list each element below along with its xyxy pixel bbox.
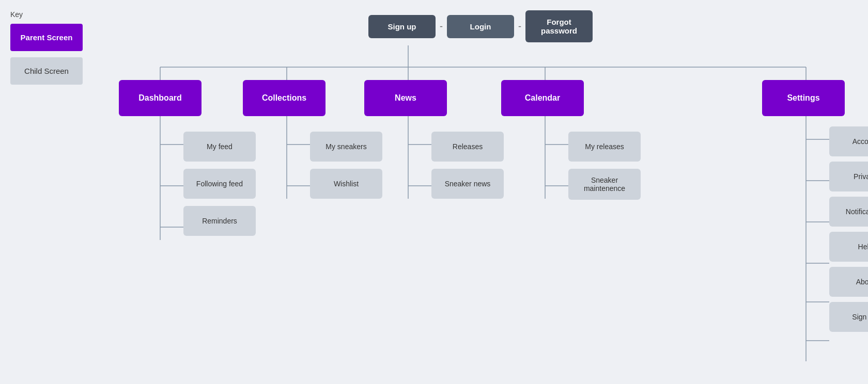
auth-login[interactable]: Login [447,15,514,38]
calendar-children: My releases Sneaker maintenence [568,132,641,200]
legend-parent-screen: Parent Screen [10,24,83,51]
nav-news[interactable]: News [364,80,447,116]
child-reminders[interactable]: Reminders [183,206,256,236]
child-wishlist[interactable]: Wishlist [310,169,382,199]
settings-children: Account Privacy Notifications Help About… [829,126,868,332]
nav-settings[interactable]: Settings [762,80,847,116]
child-sign-out[interactable]: Sign out [829,302,868,332]
nav-calendar[interactable]: Calendar [501,80,586,116]
collections-children: My sneakers Wishlist [310,132,382,199]
nav-collections[interactable]: Collections [243,80,326,116]
diagram: Sign up - Login - Forgot password Dashbo… [103,0,858,384]
auth-signup[interactable]: Sign up [368,15,436,38]
auth-dash-1: - [436,21,447,32]
child-my-releases[interactable]: My releases [568,132,641,162]
dashboard-children: My feed Following feed Reminders [183,132,256,236]
child-privacy[interactable]: Privacy [829,162,868,191]
legend-child-screen: Child Screen [10,57,83,85]
child-sneaker-news[interactable]: Sneaker news [431,169,504,199]
auth-dash-2: - [514,21,525,32]
legend: Key Parent Screen Child Screen [10,10,83,85]
child-sneaker-maintenence[interactable]: Sneaker maintenence [568,169,641,200]
nav-dashboard[interactable]: Dashboard [119,80,202,116]
child-my-feed[interactable]: My feed [183,132,256,162]
child-account[interactable]: Account [829,126,868,156]
legend-title: Key [10,10,83,19]
child-about[interactable]: About [829,267,868,297]
child-help[interactable]: Help [829,232,868,262]
auth-forgot[interactable]: Forgot password [525,10,593,42]
child-my-sneakers[interactable]: My sneakers [310,132,382,162]
child-following-feed[interactable]: Following feed [183,169,256,199]
news-children: Releases Sneaker news [431,132,504,199]
auth-row: Sign up - Login - Forgot password [103,10,858,42]
child-notifications[interactable]: Notifications [829,197,868,227]
child-releases[interactable]: Releases [431,132,504,162]
